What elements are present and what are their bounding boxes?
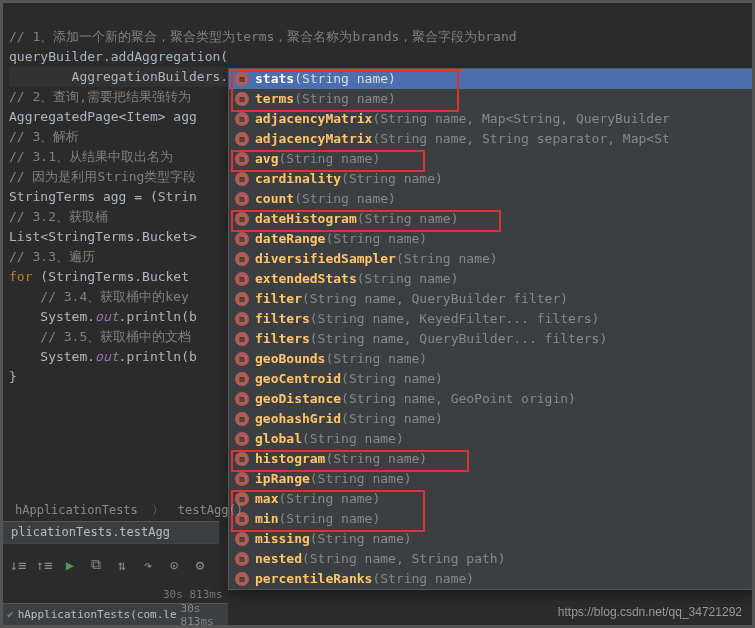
completion-item[interactable]: mfilter(String name, QueryBuilder filter… xyxy=(229,289,755,309)
completion-item[interactable]: mpercentileRanks(String name) xyxy=(229,569,755,589)
completion-item[interactable]: mgeoDistance(String name, GeoPoint origi… xyxy=(229,389,755,409)
ok-icon: ✔ xyxy=(7,608,14,621)
method-params: (String name, String path) xyxy=(302,549,506,569)
method-params: (String name) xyxy=(302,429,404,449)
method-name: filter xyxy=(255,289,302,309)
completion-item[interactable]: mmin(String name) xyxy=(229,509,755,529)
completion-item[interactable]: mgeoBounds(String name) xyxy=(229,349,755,369)
run-icon[interactable]: ▶ xyxy=(61,556,79,574)
run-tab[interactable]: plicationTests.testAgg xyxy=(3,521,219,543)
method-icon: m xyxy=(235,132,249,146)
completion-item[interactable]: mfilters(String name, QueryBuilder... fi… xyxy=(229,329,755,349)
method-icon: m xyxy=(235,332,249,346)
method-icon: m xyxy=(235,432,249,446)
method-icon: m xyxy=(235,152,249,166)
completion-item[interactable]: mdateHistogram(String name) xyxy=(229,209,755,229)
method-name: filters xyxy=(255,329,310,349)
method-params: (String name) xyxy=(341,169,443,189)
method-params: (String name) xyxy=(341,369,443,389)
method-icon: m xyxy=(235,312,249,326)
method-name: count xyxy=(255,189,294,209)
completion-item[interactable]: mdiversifiedSampler(String name) xyxy=(229,249,755,269)
completion-item[interactable]: mfilters(String name, KeyedFilter... fil… xyxy=(229,309,755,329)
completion-item[interactable]: mterms(String name) xyxy=(229,89,755,109)
method-params: (String name) xyxy=(310,529,412,549)
method-name: stats xyxy=(255,69,294,89)
completion-item[interactable]: mnested(String name, String path) xyxy=(229,549,755,569)
completion-item[interactable]: mcardinality(String name) xyxy=(229,169,755,189)
watermark: https://blog.csdn.net/qq_34721292 xyxy=(558,605,742,619)
method-name: min xyxy=(255,509,278,529)
method-params: (String name, QueryBuilder... filters) xyxy=(310,329,607,349)
method-icon: m xyxy=(235,92,249,106)
method-params: (String name) xyxy=(278,149,380,169)
method-name: dateHistogram xyxy=(255,209,357,229)
comment: // 1、添加一个新的聚合，聚合类型为terms，聚合名称为brands，聚合字… xyxy=(9,29,517,44)
method-params: (String name) xyxy=(372,569,474,589)
sort-icon[interactable]: ⇅ xyxy=(113,556,131,574)
test-pkg: (com.le xyxy=(130,608,176,621)
method-icon: m xyxy=(235,292,249,306)
method-icon: m xyxy=(235,372,249,386)
method-name: missing xyxy=(255,529,310,549)
method-name: geohashGrid xyxy=(255,409,341,429)
completion-item[interactable]: madjacencyMatrix(String name, String sep… xyxy=(229,129,755,149)
collapse-icon[interactable]: ↓≡ xyxy=(9,556,27,574)
method-name: geoCentroid xyxy=(255,369,341,389)
method-params: (String name) xyxy=(325,349,427,369)
method-icon: m xyxy=(235,212,249,226)
expand-icon[interactable]: ↑≡ xyxy=(35,556,53,574)
completion-item[interactable]: mipRange(String name) xyxy=(229,469,755,489)
method-icon: m xyxy=(235,232,249,246)
method-icon: m xyxy=(235,532,249,546)
method-icon: m xyxy=(235,572,249,586)
run-subtime: 30s 813ms xyxy=(163,588,223,601)
method-params: (String name) xyxy=(396,249,498,269)
completion-item[interactable]: madjacencyMatrix(String name, Map<String… xyxy=(229,109,755,129)
method-params: (String name) xyxy=(341,409,443,429)
method-name: adjacencyMatrix xyxy=(255,129,372,149)
history-icon[interactable]: ⊙ xyxy=(165,556,183,574)
completion-item[interactable]: mcount(String name) xyxy=(229,189,755,209)
completion-item[interactable]: mgeoCentroid(String name) xyxy=(229,369,755,389)
method-name: terms xyxy=(255,89,294,109)
completion-item[interactable]: mavg(String name) xyxy=(229,149,755,169)
method-name: extendedStats xyxy=(255,269,357,289)
run-toolbar: ↓≡ ↑≡ ▶ ⧉ ⇅ ↷ ⊙ ⚙ xyxy=(3,543,219,585)
completion-item[interactable]: mhistogram(String name) xyxy=(229,449,755,469)
filter-icon[interactable]: ⧉ xyxy=(87,556,105,574)
completion-item[interactable]: mstats(String name) xyxy=(229,69,755,89)
method-name: adjacencyMatrix xyxy=(255,109,372,129)
method-name: global xyxy=(255,429,302,449)
run-result[interactable]: ✔ hApplicationTests (com.le 30s 813ms xyxy=(3,603,228,625)
method-params: (String name) xyxy=(357,269,459,289)
code: queryBuilder xyxy=(9,49,103,64)
method-name: max xyxy=(255,489,278,509)
method-icon: m xyxy=(235,112,249,126)
completion-item[interactable]: mglobal(String name) xyxy=(229,429,755,449)
method-icon: m xyxy=(235,412,249,426)
completion-item[interactable]: mdateRange(String name) xyxy=(229,229,755,249)
method-name: geoBounds xyxy=(255,349,325,369)
method-params: (String name) xyxy=(278,509,380,529)
method-params: (String name, QueryBuilder filter) xyxy=(302,289,568,309)
method-name: histogram xyxy=(255,449,325,469)
completion-item[interactable]: mgeohashGrid(String name) xyxy=(229,409,755,429)
crumb-method[interactable]: testAgg() xyxy=(172,501,249,519)
completion-popup[interactable]: mstats(String name)mterms(String name)ma… xyxy=(228,68,755,590)
method-icon: m xyxy=(235,452,249,466)
method-name: percentileRanks xyxy=(255,569,372,589)
method-name: avg xyxy=(255,149,278,169)
crumb-class[interactable]: hApplicationTests xyxy=(9,501,144,519)
breadcrumb[interactable]: hApplicationTests〉 testAgg() xyxy=(3,499,249,521)
completion-item[interactable]: mmax(String name) xyxy=(229,489,755,509)
method-name: cardinality xyxy=(255,169,341,189)
method-params: (String name) xyxy=(294,69,396,89)
method-icon: m xyxy=(235,72,249,86)
method-params: (String name) xyxy=(294,89,396,109)
completion-item[interactable]: mmissing(String name) xyxy=(229,529,755,549)
completion-item[interactable]: mextendedStats(String name) xyxy=(229,269,755,289)
export-icon[interactable]: ↷ xyxy=(139,556,157,574)
method-name: geoDistance xyxy=(255,389,341,409)
settings-icon[interactable]: ⚙ xyxy=(191,556,209,574)
